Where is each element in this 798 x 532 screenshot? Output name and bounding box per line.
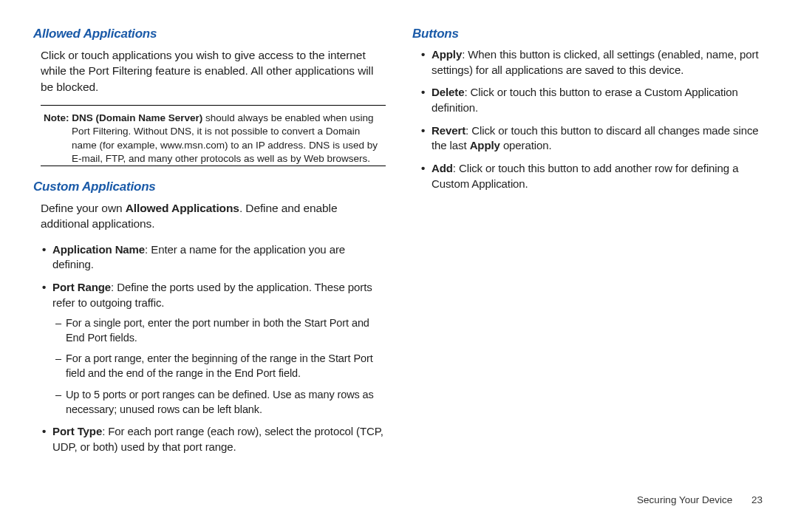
bullet-text: : Click or touch this button to erase a … xyxy=(432,86,738,114)
bullet-label: Apply xyxy=(432,48,462,61)
bullet-label: Revert xyxy=(432,124,466,137)
list-item: Revert: Click or touch this button to di… xyxy=(421,123,765,154)
bullet-label: Add xyxy=(432,162,453,174)
footer-page-number: 23 xyxy=(751,494,763,505)
heading-custom-applications: Custom Applications xyxy=(33,180,386,194)
left-column: Allowed Applications Click or touch appl… xyxy=(33,27,386,517)
list-item: Application Name: Enter a name for the a… xyxy=(42,242,386,273)
list-item: For a port range, enter the beginning of… xyxy=(55,351,386,381)
right-column: Buttons Apply: When this button is click… xyxy=(412,27,765,517)
list-item: Up to 5 ports or port ranges can be defi… xyxy=(55,387,386,417)
bullet-text: : For each port range (each row), select… xyxy=(52,425,383,453)
list-item: Apply: When this button is clicked, all … xyxy=(421,47,765,78)
revert-post: operation. xyxy=(500,139,552,151)
custom-applications-intro: Define your own Allowed Applications. De… xyxy=(41,200,384,232)
bullet-text: : Click or touch this button to add anot… xyxy=(432,162,738,190)
custom-intro-pre: Define your own xyxy=(41,202,126,214)
bullet-label: Port Type xyxy=(52,425,102,437)
port-range-sublist: For a single port, enter the port number… xyxy=(55,316,386,417)
bullet-label: Port Range xyxy=(52,281,111,293)
page-content: Allowed Applications Click or touch appl… xyxy=(0,0,798,532)
allowed-applications-body: Click or touch applications you wish to … xyxy=(41,47,384,95)
list-item: Delete: Click or touch this button to er… xyxy=(421,85,765,115)
bullet-text: : When this button is clicked, all setti… xyxy=(432,48,758,76)
list-item: Port Type: For each port range (each row… xyxy=(42,424,386,454)
note-dns: Note: DNS (Domain Name Server) should al… xyxy=(41,106,386,166)
custom-applications-list: Application Name: Enter a name for the a… xyxy=(42,242,386,455)
bullet-label: Application Name xyxy=(52,243,145,256)
list-item: Port Range: Define the ports used by the… xyxy=(42,280,386,417)
custom-intro-bold: Allowed Applications xyxy=(126,202,239,214)
revert-bold: Apply xyxy=(470,139,500,151)
list-item: For a single port, enter the port number… xyxy=(55,316,386,346)
note-label: Note: xyxy=(44,112,69,123)
note-strong: DNS (Domain Name Server) xyxy=(72,112,202,123)
heading-allowed-applications: Allowed Applications xyxy=(33,27,386,41)
footer-section: Securing Your Device xyxy=(637,494,732,505)
buttons-list: Apply: When this button is clicked, all … xyxy=(421,47,765,192)
bullet-label: Delete xyxy=(432,86,464,98)
list-item: Add: Click or touch this button to add a… xyxy=(421,161,765,191)
heading-buttons: Buttons xyxy=(412,27,765,41)
page-footer: Securing Your Device 23 xyxy=(637,494,763,505)
